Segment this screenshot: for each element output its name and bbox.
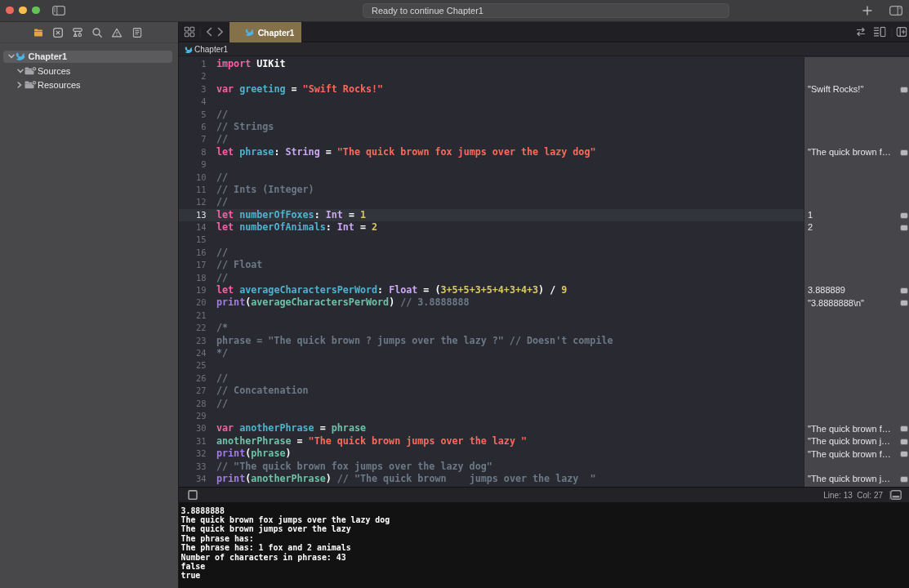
code-line-33[interactable]: 33// "The quick brown fox jumps over the… (179, 461, 804, 473)
disclosure-down-icon[interactable] (8, 54, 15, 59)
code-line-3[interactable]: 3var greeting = "Swift Rocks!" (179, 83, 804, 96)
show-result-button[interactable] (900, 439, 908, 445)
back-chevron-icon[interactable] (206, 27, 212, 37)
jump-bar[interactable]: Chapter1 (179, 43, 909, 56)
code-line-32[interactable]: 32print(phrase) (179, 448, 804, 460)
symbols-hierarchy-icon[interactable] (72, 27, 82, 38)
code-line-28[interactable]: 28// (179, 398, 804, 410)
project-navigator-folder-icon[interactable] (34, 28, 43, 37)
editor-options-icon[interactable] (874, 27, 886, 38)
code-line-31[interactable]: 31anotherPhrase = "The quick brown jumps… (179, 435, 804, 448)
show-result-button[interactable] (900, 225, 908, 231)
show-result-button[interactable] (900, 300, 908, 306)
code-line-5[interactable]: 5// (179, 109, 804, 121)
show-result-button[interactable] (900, 287, 908, 294)
close-window-button[interactable] (6, 7, 13, 14)
debug-area-toggle-icon[interactable] (890, 490, 902, 500)
code-line-18[interactable]: 18// (179, 272, 804, 284)
code-line-6[interactable]: 6// Strings (179, 121, 804, 133)
result-row-line-31: "The quick brown j… (804, 435, 909, 448)
code-line-27[interactable]: 27// Concatenation (179, 385, 804, 397)
issues-warning-triangle-icon[interactable] (112, 28, 123, 38)
code-line-29[interactable]: 29 (179, 410, 804, 422)
toggle-navigator-icon[interactable] (52, 6, 65, 16)
folder-icon (25, 66, 37, 76)
show-result-button[interactable] (900, 149, 908, 156)
tree-item-resources[interactable]: Resources (0, 79, 178, 91)
debug-console[interactable]: 3.8888888 The quick brown fox jumps over… (179, 502, 909, 588)
toggle-inspector-icon[interactable] (889, 6, 902, 16)
code-line-12[interactable]: 12// (179, 196, 804, 208)
related-items-grid-icon[interactable] (184, 27, 194, 38)
code-text: var anotherPhrase = phrase (216, 422, 366, 434)
line-number: 25 (179, 359, 207, 372)
disclosure-down-icon[interactable] (17, 69, 24, 74)
disclosure-right-icon[interactable] (17, 82, 22, 88)
line-col-indicator: Line: 13 Col: 27 (823, 488, 883, 503)
find-magnifier-icon[interactable] (92, 28, 102, 38)
code-line-19[interactable]: 19let averageCharactersPerWord: Float = … (179, 284, 804, 296)
code-line-26[interactable]: 26// (179, 372, 804, 385)
show-result-button[interactable] (900, 87, 908, 93)
code-editor[interactable]: 1import UIKit23var greeting = "Swift Roc… (179, 57, 804, 487)
code-line-4[interactable]: 4 (179, 96, 804, 108)
tree-item-label: Chapter1 (29, 51, 68, 61)
minimize-window-button[interactable] (19, 7, 26, 14)
editor-tab-bar: Chapter1 (179, 22, 909, 42)
line-number: 20 (179, 296, 207, 309)
swift-playground-icon (16, 51, 25, 61)
code-line-7[interactable]: 7// (179, 133, 804, 145)
code-line-17[interactable]: 17// Float (179, 259, 804, 271)
result-row-line-19: 3.888889 (804, 284, 909, 296)
show-result-button[interactable] (900, 451, 908, 457)
code-lines: 1import UIKit23var greeting = "Swift Roc… (179, 58, 804, 485)
show-result-button[interactable] (900, 425, 908, 432)
code-line-8[interactable]: 8let phrase: String = "The quick brown f… (179, 146, 804, 158)
tab-chapter1[interactable]: Chapter1 (229, 22, 301, 42)
line-number: 14 (179, 221, 207, 234)
code-line-16[interactable]: 16// (179, 247, 804, 259)
line-number: 4 (179, 96, 207, 108)
code-line-25[interactable]: 25 (179, 359, 804, 372)
breakpoint-toggle-square-icon[interactable] (188, 490, 198, 500)
zoom-window-button[interactable] (32, 7, 39, 14)
line-number: 28 (179, 398, 207, 410)
code-line-20[interactable]: 20print(averageCharactersPerWord) // 3.8… (179, 296, 804, 309)
forward-chevron-icon[interactable] (217, 27, 224, 37)
code-line-9[interactable]: 9 (179, 158, 804, 171)
code-line-21[interactable]: 21 (179, 310, 804, 322)
code-line-15[interactable]: 15 (179, 234, 804, 246)
source-control-box-x-icon[interactable] (53, 28, 63, 38)
code-text: // (216, 398, 228, 410)
code-line-34[interactable]: 34print(anotherPhrase) // "The quick bro… (179, 473, 804, 485)
line-number: 32 (179, 448, 207, 460)
tree-item-sources[interactable]: Sources (0, 65, 178, 77)
add-editor-icon[interactable] (897, 27, 907, 37)
code-line-10[interactable]: 10// (179, 172, 804, 184)
tree-item-chapter1[interactable]: Chapter1 (0, 51, 178, 63)
show-result-button[interactable] (900, 212, 908, 219)
swift-file-icon (245, 28, 254, 37)
code-line-2[interactable]: 2 (179, 70, 804, 82)
code-line-22[interactable]: 22/* (179, 322, 804, 334)
reports-document-icon[interactable] (132, 28, 141, 38)
toolbar-divider (199, 28, 200, 38)
add-button-plus-icon[interactable] (862, 6, 872, 16)
code-line-11[interactable]: 11// Ints (Integer) (179, 184, 804, 196)
result-value: "The quick brown j… (808, 473, 890, 485)
navigator-tab-bar (0, 22, 178, 43)
code-line-24[interactable]: 24*/ (179, 347, 804, 359)
show-result-button[interactable] (900, 476, 908, 483)
code-line-23[interactable]: 23phrase = "The quick brown ? jumps over… (179, 335, 804, 347)
code-text: print(averageCharactersPerWord) // 3.888… (216, 296, 470, 309)
code-line-14[interactable]: 14let numberOfAnimals: Int = 2 (179, 221, 804, 234)
line-number: 2 (179, 70, 207, 82)
code-text: let phrase: String = "The quick brown fo… (216, 146, 595, 158)
code-line-1[interactable]: 1import UIKit (179, 58, 804, 70)
result-row-line-14: 2 (804, 221, 909, 234)
code-text: let numberOfFoxes: Int = 1 (216, 209, 366, 221)
line-number: 21 (179, 310, 207, 322)
swap-arrows-icon[interactable] (857, 28, 866, 37)
code-line-30[interactable]: 30var anotherPhrase = phrase (179, 422, 804, 434)
code-line-13[interactable]: 13let numberOfFoxes: Int = 1 (179, 209, 804, 221)
